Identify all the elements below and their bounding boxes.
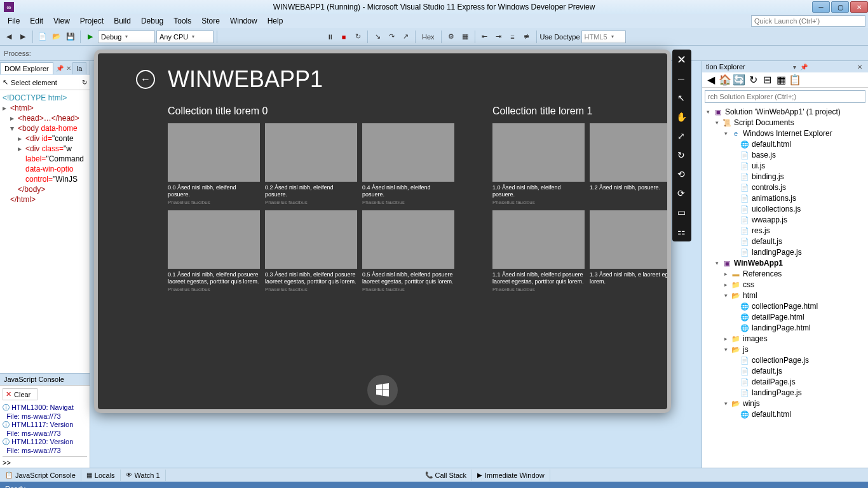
tab-js-console[interactable]: 📋JavaScript Console [0,470,81,481]
file-item[interactable]: 📄res.js [705,226,865,236]
sim-rotate-cw-icon[interactable]: ⟳ [674,186,689,201]
sim-rotate-icon[interactable]: ↻ [674,147,689,163]
file-item[interactable]: 🌐default.html [705,139,865,150]
maximize-button[interactable]: ▢ [831,1,849,13]
browse-icon[interactable]: ⚙ [445,30,458,43]
console-prompt[interactable]: >> [3,456,87,466]
menu-edit[interactable]: Edit [25,15,48,27]
comment-icon[interactable]: ≡ [506,30,519,43]
sim-pointer-icon[interactable]: ↖ [674,90,689,105]
tile-item[interactable]: 0.1 Åsed nisl nibh, eleifend posuere lao… [168,210,260,292]
windows-home-button[interactable] [367,375,398,405]
tile-item[interactable]: 1.1 Åsed nisl nibh, eleifend posuere lao… [492,210,585,292]
close-button[interactable]: ✕ [850,1,868,13]
tile-item[interactable]: 1.2 Åsed nisl nibh, posuere. [590,123,671,205]
sim-resolution-icon[interactable]: ▭ [674,205,689,220]
select-element-label[interactable]: Select element [11,79,57,86]
menu-store[interactable]: Store [196,15,225,27]
back-icon[interactable]: ◀ [3,30,15,43]
open-icon[interactable]: 📂 [50,30,63,43]
sim-pinch-icon[interactable]: ⤢ [674,128,689,144]
se-collapse-icon[interactable]: ⊟ [761,74,773,86]
uncomment-icon[interactable]: ≢ [520,30,533,43]
file-item[interactable]: 🌐detailPage.html [705,312,865,323]
file-item[interactable]: 📄ui.js [705,161,865,172]
pin-icon[interactable]: 📌 [55,65,65,72]
app-back-button[interactable]: ← [136,70,155,89]
file-item[interactable]: 📄landingPage.js [705,247,865,258]
sim-rotate-ccw-icon[interactable]: ⟲ [674,166,689,182]
solution-search-input[interactable] [705,90,865,103]
tile-item[interactable]: 1.0 Åsed nisl nibh, eleifend posuere.Pha… [492,123,585,205]
file-item[interactable]: 📄controls.js [705,182,865,193]
other-tab[interactable]: la [72,62,87,74]
sim-close-icon[interactable]: ✕ [674,52,689,67]
se-home-icon[interactable]: 🏠 [719,74,731,86]
stop-icon[interactable]: ■ [337,30,350,43]
solution-tree[interactable]: ▾▣Solution 'WinWebApp1' (1 project) ▾📜Sc… [702,105,868,468]
file-item[interactable]: 📄default.js [705,366,865,377]
refresh-icon[interactable]: ↻ [82,79,87,86]
save-all-icon[interactable]: 💾 [64,30,77,43]
tile-item[interactable]: 0.2 Åsed nisl nibh, eleifend posuere.Pha… [265,123,357,205]
restart-icon[interactable]: ↻ [351,30,364,43]
sim-minimize-icon[interactable]: ─ [674,71,689,86]
indent-out-icon[interactable]: ⇤ [478,30,491,43]
tile-item[interactable]: 0.5 Åsed nisl nibh, eleifend posuere lao… [362,210,454,292]
menu-window[interactable]: Window [225,15,262,27]
se-back-icon[interactable]: ◀ [705,74,717,86]
sim-hand-icon[interactable]: ✋ [674,109,689,125]
step-over-icon[interactable]: ↷ [385,30,398,43]
pause-icon[interactable]: ⏸ [323,30,336,43]
tile-item[interactable]: 0.4 Åsed nisl nibh, eleifend posuere.Pha… [362,123,454,205]
tile-item[interactable]: 1.3 Åsed nisl nibh, e laoreet eg quis lo… [590,210,671,292]
pin-icon[interactable]: ▾ [791,64,798,71]
minimize-button[interactable]: ─ [812,1,830,13]
file-item[interactable]: 📄landingPage.js [705,388,865,398]
file-item[interactable]: 📄uicollections.js [705,204,865,215]
forward-icon[interactable]: ▶ [17,30,29,43]
close-icon[interactable]: ✕ [855,64,864,71]
step-out-icon[interactable]: ↗ [399,30,412,43]
tab-locals[interactable]: ▦Locals [81,470,121,481]
file-item[interactable]: 📄detailPage.js [705,377,865,388]
js-console[interactable]: ✕Clear ⓘ HTML1300: Navigat File: ms-wwa:… [0,385,90,468]
file-item[interactable]: 📄base.js [705,150,865,161]
tile-item[interactable]: 0.0 Åsed nisl nibh, eleifend posuere.Pha… [168,123,260,205]
indent-in-icon[interactable]: ⇥ [492,30,505,43]
file-item[interactable]: 📄animations.js [705,193,865,204]
se-sync-icon[interactable]: 🔄 [733,74,745,86]
step-into-icon[interactable]: ↘ [371,30,384,43]
tab-callstack[interactable]: 📞Call Stack [420,470,473,481]
file-item[interactable]: 🌐default.html [705,409,865,420]
file-item[interactable]: 📄collectionPage.js [705,355,865,366]
tile-item[interactable]: 0.3 Åsed nisl nibh, eleifend posuere lao… [265,210,357,292]
unpin-icon[interactable]: 📌 [798,64,810,71]
file-item[interactable]: 🌐landingPage.html [705,323,865,334]
dom-tree[interactable]: <!DOCTYPE html> ▸<html> ▸<head>…</head> … [0,90,90,373]
tab-immediate[interactable]: ▶Immediate Window [472,470,550,481]
sim-location-icon[interactable]: ⚏ [674,224,689,239]
platform-select[interactable]: Any CPU [156,30,214,43]
quick-launch-input[interactable] [751,15,865,27]
menu-project[interactable]: Project [75,15,109,27]
file-item[interactable]: 📄default.js [705,236,865,247]
misc-icon[interactable]: ▦ [459,30,471,43]
file-item[interactable]: 📄binding.js [705,172,865,182]
menu-tools[interactable]: Tools [168,15,196,27]
tab-watch[interactable]: 👁Watch 1 [121,470,166,481]
menu-build[interactable]: Build [109,15,136,27]
play-icon[interactable]: ▶ [84,30,97,43]
config-select[interactable]: Debug [98,30,155,43]
clear-button[interactable]: ✕Clear [3,388,37,400]
hex-toggle[interactable]: Hex [419,30,438,43]
menu-view[interactable]: View [48,15,75,27]
se-refresh-icon[interactable]: ↻ [747,74,759,86]
new-file-icon[interactable]: 📄 [36,30,49,43]
close-panel-icon[interactable]: ✕ [65,65,72,72]
menu-debug[interactable]: Debug [136,15,168,27]
file-item[interactable]: 📄wwaapp.js [705,215,865,226]
dom-explorer-tab[interactable]: DOM Explorer [0,62,53,74]
menu-file[interactable]: File [3,15,25,27]
se-properties-icon[interactable]: 📋 [789,74,801,86]
